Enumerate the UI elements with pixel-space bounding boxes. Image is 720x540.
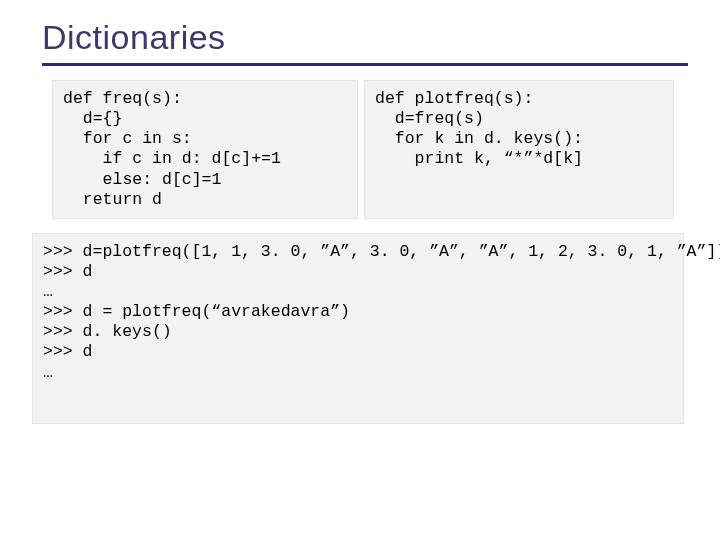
page-title: Dictionaries [42,18,688,57]
code-columns: def freq(s): d={} for c in s: if c in d:… [42,80,688,219]
slide: Dictionaries def freq(s): d={} for c in … [0,0,720,540]
code-box-plotfreq: def plotfreq(s): d=freq(s) for k in d. k… [364,80,674,219]
code-box-freq: def freq(s): d={} for c in s: if c in d:… [52,80,358,219]
repl-session: >>> d=plotfreq([1, 1, 3. 0, ”A”, 3. 0, ”… [32,233,684,424]
title-underline [42,63,688,66]
